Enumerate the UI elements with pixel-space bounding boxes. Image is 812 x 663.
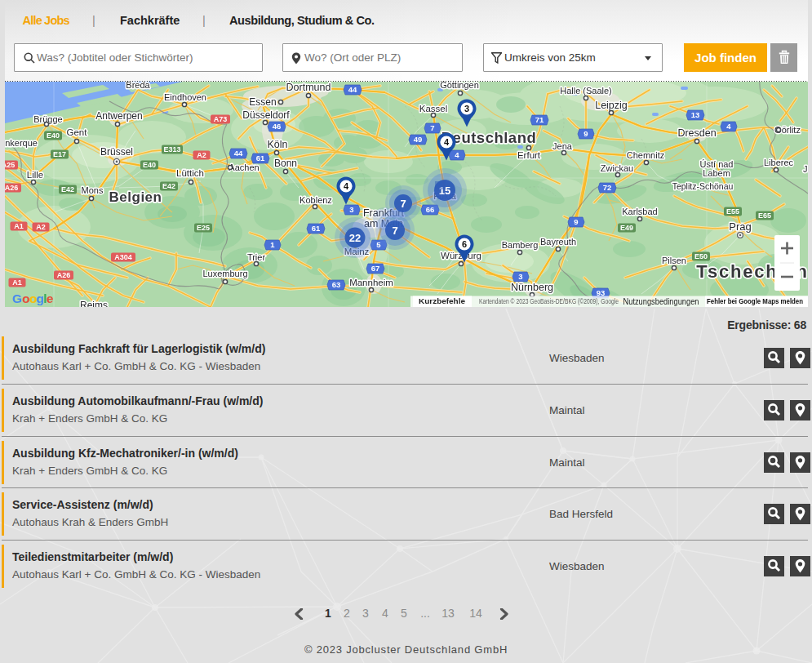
svg-text:Liberec: Liberec [764,158,794,167]
svg-text:Luxemburg: Luxemburg [202,269,247,278]
svg-text:Mons: Mons [82,185,104,195]
svg-text:E49: E49 [620,224,633,232]
svg-text:Bayreuth: Bayreuth [540,237,576,247]
svg-text:Prag: Prag [729,220,751,233]
svg-text:49: 49 [414,135,423,144]
svg-text:3: 3 [349,205,353,214]
svg-text:E40: E40 [47,131,60,140]
svg-text:Koblenz: Koblenz [300,195,332,205]
svg-text:3: 3 [518,272,522,281]
svg-text:A26: A26 [57,271,71,279]
svg-text:4: 4 [726,122,731,131]
svg-text:3: 3 [464,104,469,113]
svg-text:7: 7 [430,123,434,132]
svg-text:E42: E42 [61,185,74,194]
svg-text:E17: E17 [53,150,66,158]
svg-text:Kassel: Kassel [419,104,448,113]
svg-text:A1: A1 [12,278,22,287]
svg-text:Dortmund: Dortmund [286,82,331,93]
svg-text:44: 44 [234,149,243,158]
svg-text:72: 72 [603,183,612,192]
svg-text:Gent: Gent [67,127,88,137]
svg-text:Köln: Köln [267,139,287,150]
svg-text:Chemnitz: Chemnitz [627,150,664,160]
svg-text:7: 7 [392,225,397,237]
svg-text:Breda: Breda [126,82,150,90]
svg-text:Bamberg: Bamberg [502,240,539,250]
svg-text:Nürnberg: Nürnberg [511,282,553,293]
svg-text:Belgien: Belgien [109,189,162,205]
svg-text:E50: E50 [694,252,708,260]
svg-text:46: 46 [273,122,282,131]
svg-text:4: 4 [444,137,450,147]
svg-text:22: 22 [349,232,361,244]
svg-text:Labem: Labem [703,168,730,178]
svg-text:A73: A73 [214,115,228,123]
svg-text:4: 4 [455,150,459,159]
svg-text:Lille: Lille [27,170,43,180]
svg-text:A26: A26 [5,184,18,192]
svg-text:7: 7 [400,198,406,210]
svg-text:e: e [47,291,54,305]
svg-text:E42: E42 [162,182,175,190]
svg-text:G: G [12,291,22,305]
svg-text:A25: A25 [5,161,15,169]
svg-text:Nutzungsbedingungen: Nutzungsbedingungen [623,297,699,306]
svg-text:Halle (Saale): Halle (Saale) [560,86,612,96]
svg-text:Eindhoven: Eindhoven [164,92,206,102]
svg-text:Dresden: Dresden [677,127,716,139]
svg-text:Trier: Trier [247,252,266,262]
svg-text:Jena: Jena [552,141,573,151]
svg-text:Aachen: Aachen [229,162,259,172]
svg-text:A1: A1 [14,222,24,230]
svg-text:E40: E40 [143,161,156,169]
svg-text:63: 63 [332,280,341,289]
svg-text:Lüttich: Lüttich [176,168,204,178]
svg-text:E55: E55 [726,207,739,216]
svg-text:A2: A2 [197,151,206,159]
svg-text:Bonn: Bonn [274,158,297,169]
svg-text:71: 71 [535,115,544,124]
svg-text:Erfurt: Erfurt [517,150,541,160]
svg-text:61: 61 [256,154,265,162]
svg-text:A304: A304 [114,253,132,261]
svg-text:Düsseldorf: Düsseldorf [242,109,290,121]
svg-text:44: 44 [348,85,357,94]
svg-text:Zwickau: Zwickau [601,163,633,173]
svg-text:Kartendaten © 2023 GeoBasis-DE: Kartendaten © 2023 GeoBasis-DE/BKG (©200… [479,297,619,305]
svg-text:6: 6 [462,239,467,249]
svg-text:9: 9 [574,217,578,226]
svg-text:Leipzig: Leipzig [595,100,628,111]
svg-text:Kurzbefehle: Kurzbefehle [419,296,465,305]
svg-text:9: 9 [583,129,588,138]
svg-text:Antwerpen: Antwerpen [95,110,142,122]
svg-text:Göttingen: Göttingen [440,82,479,90]
svg-text:Fehler bei Google Maps melden: Fehler bei Google Maps melden [707,297,803,305]
svg-text:Teplitz-Schönau: Teplitz-Schönau [672,181,734,191]
svg-text:Brüssel: Brüssel [100,146,133,158]
svg-text:Essen: Essen [249,96,276,108]
svg-text:Karlsbad: Karlsbad [622,207,657,216]
svg-text:Jele: Jele [803,164,808,174]
svg-text:unkerque: unkerque [5,138,38,148]
svg-text:Pilsen: Pilsen [662,256,686,265]
svg-text:61: 61 [312,224,321,233]
svg-text:Mannheim: Mannheim [349,278,393,287]
svg-text:13: 13 [691,110,700,119]
svg-text:Reims: Reims [80,300,108,307]
svg-text:4: 4 [344,181,349,191]
svg-text:E25: E25 [197,224,210,232]
svg-text:E313: E313 [163,145,180,154]
svg-text:1: 1 [270,240,275,249]
svg-text:E65: E65 [758,211,771,220]
svg-text:A2: A2 [36,223,46,231]
svg-text:67: 67 [371,264,380,273]
